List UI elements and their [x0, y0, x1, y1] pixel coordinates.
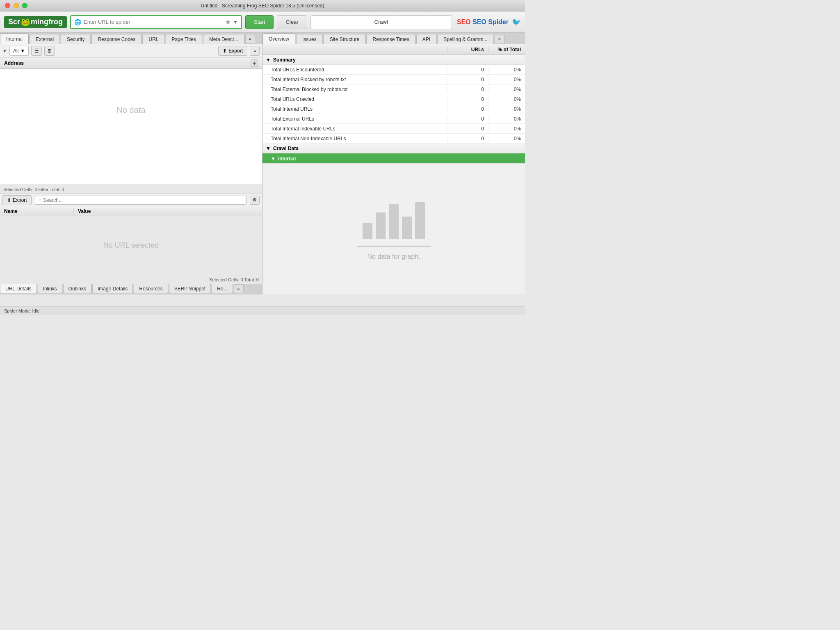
overview-table: URLs % of Total ▼ Summary Total URLs Enc…	[262, 44, 525, 163]
start-button[interactable]: Start	[245, 15, 274, 29]
globe-icon: 🌐	[74, 19, 81, 25]
filter-chevron: ▼	[20, 48, 25, 54]
left-tab-bar: Internal External Security Response Code…	[0, 33, 262, 44]
address-label: Address	[4, 60, 24, 66]
minimize-button[interactable]	[14, 3, 19, 8]
row-pct: 0%	[488, 67, 525, 73]
row-urls: 0	[447, 136, 488, 142]
bar-3	[389, 204, 399, 239]
tab-image-details[interactable]: Image Details	[92, 284, 133, 293]
export-button[interactable]: ⬆ Export	[218, 46, 247, 56]
bottom-panel: ⬆ Export ○ ⚙ Name Value No URL selected	[0, 194, 262, 284]
row-pct: 0%	[488, 77, 525, 82]
url-dropdown-arrow[interactable]: ▼	[233, 19, 238, 25]
row-pct: 0%	[488, 136, 525, 142]
right-tab-more[interactable]: »	[495, 34, 504, 44]
url-input[interactable]	[84, 19, 223, 25]
overview-col-pct: % of Total	[488, 47, 525, 52]
tab-meta-descr[interactable]: Meta Descr...	[203, 34, 244, 44]
tab-internal[interactable]: Internal	[0, 33, 29, 44]
filter-select[interactable]: All ▼	[9, 46, 29, 56]
row-label: Total External URLs	[262, 116, 447, 122]
bottom-tabs-bar: URL Details Inlinks Outlinks Image Detai…	[0, 284, 262, 294]
window-controls	[5, 3, 27, 8]
clear-button[interactable]: Clear	[277, 15, 307, 29]
tab-inlinks[interactable]: Inlinks	[38, 284, 62, 293]
close-button[interactable]	[5, 3, 10, 8]
tab-response-times[interactable]: Response Times	[366, 34, 415, 44]
row-external-blocked: Total External Blocked by robots.txt 0 0…	[262, 84, 525, 94]
tab-security[interactable]: Security	[61, 34, 91, 44]
tab-issues[interactable]: Issues	[296, 34, 323, 44]
address-header: Address +	[0, 57, 262, 69]
row-internal-highlighted[interactable]: ▼ Internal	[262, 153, 525, 163]
address-table: Address + No data	[0, 57, 262, 185]
internal-row-label: ▼ Internal	[262, 156, 447, 162]
tab-resources[interactable]: Resources	[134, 284, 168, 293]
right-tab-bar: Overview Issues Site Structure Response …	[262, 33, 525, 44]
name-header: Name	[0, 208, 74, 214]
bottom-export-button[interactable]: ⬆ Export	[2, 195, 32, 205]
tree-view-button[interactable]: ⊞	[44, 46, 55, 56]
tab-more-button[interactable]: »	[245, 34, 255, 44]
tab-response-codes[interactable]: Response Codes	[91, 34, 142, 44]
row-pct: 0%	[488, 106, 525, 112]
add-column-button[interactable]: +	[251, 59, 258, 67]
bottom-status-bar: Selected Cells: 0 Total: 0	[0, 275, 262, 284]
left-panel: Internal External Security Response Code…	[0, 33, 262, 294]
app-status-bar: Spider Mode: Idle	[0, 306, 525, 315]
value-header: Value	[74, 208, 262, 214]
tab-site-structure[interactable]: Site Structure	[324, 34, 366, 44]
row-urls: 0	[447, 116, 488, 122]
bottom-tab-more[interactable]: »	[234, 284, 244, 293]
row-urls: 0	[447, 106, 488, 112]
summary-section-header[interactable]: ▼ Summary	[262, 55, 525, 65]
crawl-data-label: ▼ Crawl Data	[262, 146, 525, 151]
tab-api[interactable]: API	[416, 34, 436, 44]
search-input[interactable]	[43, 197, 243, 203]
twitter-icon[interactable]: 🐦	[512, 18, 521, 27]
tab-overview[interactable]: Overview	[262, 33, 295, 44]
crawl-data-section-header[interactable]: ▼ Crawl Data	[262, 144, 525, 153]
bar-chart	[363, 198, 425, 239]
row-label: Total Internal Indexable URLs	[262, 126, 447, 132]
bottom-export-label: Export	[13, 197, 27, 203]
tab-external[interactable]: External	[30, 34, 60, 44]
left-status-bar: Selected Cells: 0 Filter Total: 0	[0, 185, 262, 194]
right-panel: Overview Issues Site Structure Response …	[262, 33, 525, 294]
logo-icon: 🐸	[21, 18, 30, 27]
tab-url-details[interactable]: URL Details	[0, 284, 37, 293]
tab-spelling-grammar[interactable]: Spelling & Gramm...	[437, 34, 493, 44]
tab-url[interactable]: URL	[142, 34, 164, 44]
row-internal-urls: Total Internal URLs 0 0%	[262, 104, 525, 114]
row-non-indexable: Total Internal Non-Indexable URLs 0 0%	[262, 134, 525, 144]
row-pct: 0%	[488, 96, 525, 102]
bottom-headers: Name Value	[0, 206, 262, 216]
row-indexable: Total Internal Indexable URLs 0 0%	[262, 124, 525, 134]
expand-button[interactable]: »	[250, 46, 260, 56]
graph-placeholder: No data for graph.	[357, 198, 431, 260]
graph-area: No data for graph.	[262, 163, 525, 294]
tab-re-more[interactable]: Re...	[212, 284, 233, 293]
row-pct: 0%	[488, 116, 525, 122]
tab-outlinks[interactable]: Outlinks	[63, 284, 91, 293]
crawl-input[interactable]	[310, 15, 452, 29]
export-icon: ⬆	[223, 48, 227, 54]
bar-2	[376, 212, 386, 239]
summary-collapse-icon: ▼	[266, 57, 271, 63]
row-label: Total URLs Crawled	[262, 96, 447, 102]
row-label: Total Internal URLs	[262, 106, 447, 112]
left-status-text: Selected Cells: 0 Filter Total: 0	[3, 187, 64, 192]
list-view-button[interactable]: ☰	[31, 46, 42, 56]
tab-serp-snippet[interactable]: SERP Snippet	[169, 284, 211, 293]
logo-text: Scr	[8, 18, 20, 26]
filter-options-button[interactable]: ⚙	[250, 196, 260, 205]
row-external-urls: Total External URLs 0 0%	[262, 114, 525, 124]
url-input-container: 🌐 🕷 ▼	[70, 15, 242, 29]
toolbar: Scr 🐸 mingfrog 🌐 🕷 ▼ Start Clear SEO SEO…	[0, 11, 525, 33]
maximize-button[interactable]	[22, 3, 27, 8]
tab-page-titles[interactable]: Page Titles	[166, 34, 202, 44]
filter-icon: ▼	[2, 48, 7, 53]
row-internal-blocked: Total Internal Blocked by robots.txt 0 0…	[262, 75, 525, 84]
app-status-text: Spider Mode: Idle	[4, 308, 39, 313]
